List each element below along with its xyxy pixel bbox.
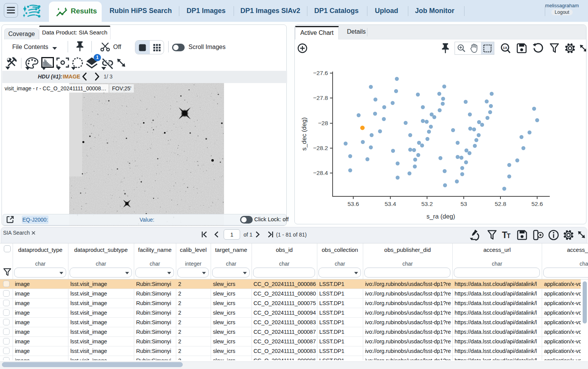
svg-text:52.6: 52.6 — [531, 201, 543, 207]
svg-text:−28.4: −28.4 — [313, 170, 328, 176]
svg-text:s_dec (deg): s_dec (deg) — [300, 117, 308, 150]
svg-text:53.2: 53.2 — [421, 201, 433, 207]
svg-text:−27.6: −27.6 — [313, 70, 328, 76]
svg-text:−28: −28 — [318, 120, 328, 126]
svg-text:53.4: 53.4 — [385, 201, 396, 207]
svg-text:1X: 1X — [503, 46, 507, 50]
svg-text:s_ra (deg): s_ra (deg) — [426, 213, 455, 220]
svg-text:53: 53 — [460, 201, 467, 207]
svg-text:−28.2: −28.2 — [313, 145, 328, 151]
svg-text:52.8: 52.8 — [495, 201, 506, 207]
svg-text:53.6: 53.6 — [348, 201, 359, 207]
svg-text:−27.8: −27.8 — [313, 95, 328, 101]
